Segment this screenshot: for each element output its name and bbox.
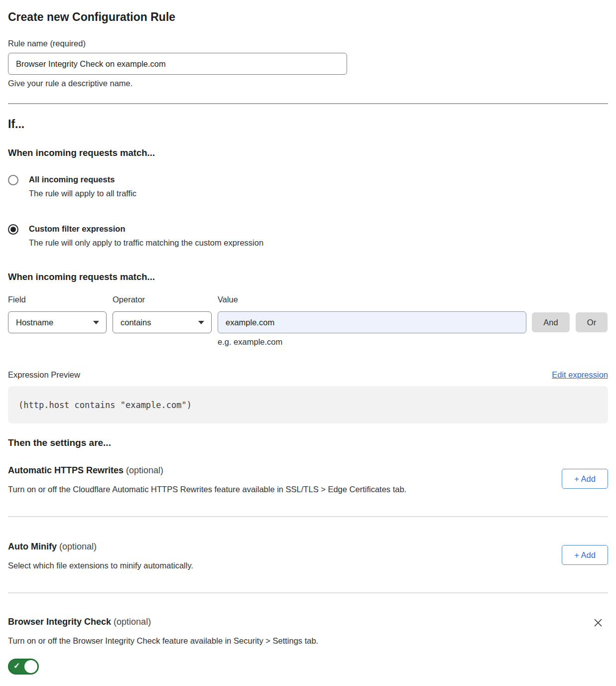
setting-optional-text: (optional)	[59, 542, 97, 551]
rule-name-input[interactable]	[8, 53, 347, 75]
add-auto-minify-button[interactable]: + Add	[562, 545, 608, 565]
settings-heading: Then the settings are...	[8, 437, 608, 448]
operator-label: Operator	[113, 294, 212, 304]
chevron-down-icon	[93, 321, 99, 324]
browser-integrity-check-toggle[interactable]: ✓	[8, 659, 39, 675]
or-button[interactable]: Or	[576, 312, 608, 332]
setting-description: Turn on or off the Cloudflare Automatic …	[8, 484, 406, 494]
and-button[interactable]: And	[532, 312, 570, 332]
page-title: Create new Configuration Rule	[8, 10, 608, 24]
radio-option-all-incoming-requests[interactable]: All incoming requests The rule will appl…	[8, 174, 608, 199]
rule-name-help: Give your rule a descriptive name.	[8, 79, 608, 88]
check-icon: ✓	[13, 662, 20, 670]
setting-title-text: Browser Integrity Check	[8, 617, 111, 627]
expression-preview-label: Expression Preview	[8, 370, 80, 380]
setting-automatic-https-rewrites: Automatic HTTPS Rewrites (optional) Turn…	[8, 465, 608, 494]
expression-builder-heading: When incoming requests match...	[8, 271, 608, 282]
radio-label: Custom filter expression	[29, 224, 263, 234]
field-select[interactable]: Hostname	[8, 311, 107, 333]
value-label: Value	[218, 294, 526, 304]
setting-optional-text: (optional)	[126, 465, 163, 475]
setting-title-text: Auto Minify	[8, 542, 57, 551]
expression-preview-header: Expression Preview Edit expression	[8, 370, 608, 380]
value-help: e.g. example.com	[218, 337, 526, 347]
field-label: Field	[8, 294, 107, 304]
radio-label: All incoming requests	[29, 174, 136, 185]
rule-name-label: Rule name (required)	[8, 39, 608, 48]
field-select-value: Hostname	[16, 318, 53, 327]
operator-select-value: contains	[121, 318, 151, 327]
if-heading: If...	[8, 117, 608, 131]
add-automatic-https-rewrites-button[interactable]: + Add	[562, 469, 608, 489]
setting-description: Select which file extensions to minify a…	[8, 560, 193, 570]
setting-title: Browser Integrity Check (optional)	[8, 616, 318, 627]
toggle-knob	[24, 660, 37, 673]
radio-description: The rule will only apply to traffic matc…	[29, 238, 263, 248]
operator-select[interactable]: contains	[113, 311, 212, 333]
setting-optional-text: (optional)	[114, 617, 151, 627]
setting-title-text: Automatic HTTPS Rewrites	[8, 465, 123, 475]
edit-expression-link[interactable]: Edit expression	[552, 370, 608, 380]
radio-option-custom-filter-expression[interactable]: Custom filter expression The rule will o…	[8, 224, 608, 248]
setting-divider	[8, 592, 608, 593]
setting-title: Auto Minify (optional)	[8, 541, 193, 552]
setting-auto-minify: Auto Minify (optional) Select which file…	[8, 541, 608, 570]
chevron-down-icon	[198, 321, 204, 324]
match-heading: When incoming requests match...	[8, 147, 608, 158]
expression-code-text: (http.host contains "example.com")	[18, 400, 192, 410]
expression-builder-row: Field Hostname Operator contains Value e…	[8, 294, 608, 347]
setting-description: Turn on or off the Browser Integrity Che…	[8, 636, 318, 646]
setting-divider	[8, 516, 608, 517]
radio-icon-unselected[interactable]	[8, 175, 18, 185]
radio-icon-selected[interactable]	[8, 224, 18, 235]
setting-browser-integrity-check: Browser Integrity Check (optional) Turn …	[8, 616, 608, 675]
close-icon[interactable]	[592, 617, 604, 629]
setting-title: Automatic HTTPS Rewrites (optional)	[8, 465, 406, 476]
value-input[interactable]	[218, 311, 526, 333]
expression-preview-code: (http.host contains "example.com")	[8, 386, 608, 423]
radio-description: The rule will apply to all traffic	[29, 188, 136, 199]
section-divider	[8, 103, 608, 104]
create-configuration-rule-form: Create new Configuration Rule Rule name …	[0, 0, 616, 684]
